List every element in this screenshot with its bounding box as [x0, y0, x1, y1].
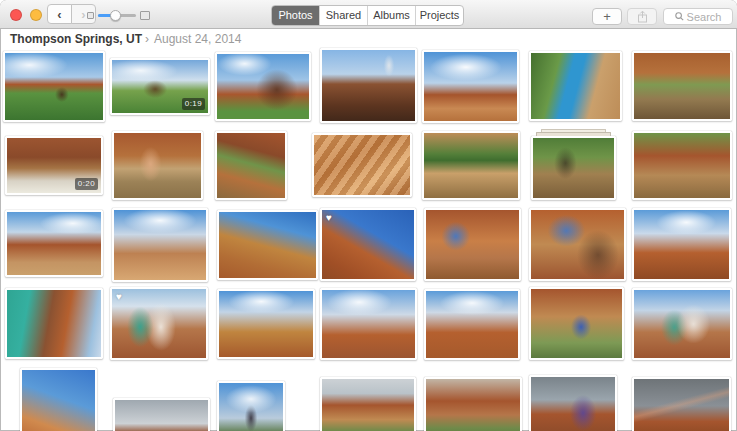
small-thumbnail-icon: [87, 12, 94, 19]
photo-image-creek-rocks-trees: [424, 133, 518, 198]
moment-date: August 24, 2014: [154, 32, 241, 46]
photo-thumbnail-canyon-overlook-hiker[interactable]: [320, 48, 417, 123]
tab-albums[interactable]: Albums: [367, 6, 415, 25]
video-duration-badge: 0:19: [182, 98, 205, 110]
photo-thumbnail-rock-arch-favorite[interactable]: ♥: [320, 208, 416, 281]
photo-image-monument-valley: [424, 52, 517, 121]
photo-thumbnail-waterfall-jump-video[interactable]: 0:20: [5, 136, 103, 195]
photo-thumbnail-butte-horse-rider[interactable]: [5, 210, 103, 277]
search-icon: [675, 12, 684, 21]
photo-image-couple-on-slickrock: [114, 210, 206, 280]
photo-thumbnail-couple-on-slickrock[interactable]: [112, 208, 208, 282]
thumbnail-size-slider[interactable]: [87, 8, 150, 22]
photo-thumbnail-man-backpack-arch[interactable]: [529, 287, 624, 360]
photo-thumbnail-dome-with-hiker[interactable]: [217, 289, 315, 359]
photo-image-canyon-creek-waterfall: [217, 133, 285, 198]
slider-thumb[interactable]: [110, 10, 121, 21]
moment-location[interactable]: Thompson Springs, UT: [10, 32, 142, 46]
photo-image-man-backpack-arch: [531, 289, 622, 358]
chevron-right-icon: ›: [145, 32, 149, 46]
back-button[interactable]: ‹: [47, 4, 72, 24]
photo-thumbnail-woman-rock-towers[interactable]: [424, 377, 522, 431]
photo-thumbnail-couple-favorite[interactable]: ♥: [110, 287, 208, 360]
photo-image-slickrock-dome: [219, 212, 316, 278]
share-button[interactable]: [627, 8, 657, 25]
photo-image-woman-rock-towers: [426, 379, 520, 431]
photo-thumbnail-creek-rocks-trees[interactable]: [422, 131, 520, 200]
large-thumbnail-icon: [140, 11, 150, 20]
tab-shared[interactable]: Shared: [319, 6, 367, 25]
minimize-button[interactable]: [30, 9, 42, 21]
toolbar: ‹ › PhotosSharedAlbumsProjects +: [0, 0, 737, 29]
photo-image-rainbow-red-rocks: [634, 379, 729, 431]
photo-thumbnail-sand-rock-texture[interactable]: [312, 133, 412, 197]
photo-thumbnail-horse-jump-video[interactable]: 0:19: [110, 58, 210, 115]
photo-image-woman-stormy-sky: [531, 377, 615, 431]
photo-image-woman-at-arch: [426, 210, 519, 279]
photo-image-couple-selfie-arch: [634, 290, 730, 358]
photo-thumbnail-man-red-shorts-swim[interactable]: [112, 131, 203, 200]
share-icon: [637, 10, 648, 23]
photo-thumbnail-woman-at-arch[interactable]: [424, 208, 521, 281]
photo-image-hiker-creek-canyon: [634, 53, 730, 119]
search-placeholder: Search: [687, 11, 722, 23]
tab-photos[interactable]: Photos: [272, 6, 319, 25]
view-tabs: PhotosSharedAlbumsProjects: [271, 5, 464, 26]
photo-thumbnail-arch-portrait[interactable]: [20, 368, 97, 431]
photo-image-butte-horse-rider: [7, 212, 101, 275]
photo-thumbnail-arch-with-hiker[interactable]: [632, 208, 731, 281]
photo-image-couple-favorite: [112, 289, 206, 358]
photo-thumbnail-creek-hiker-rocks[interactable]: [632, 131, 732, 200]
photo-thumbnail-canyon-creek-waterfall[interactable]: [215, 131, 287, 200]
photo-thumbnail-girl-wading-creek-burst[interactable]: [531, 136, 616, 200]
video-duration-badge: 0:20: [75, 178, 98, 190]
back-icon: ‹: [57, 7, 61, 22]
photo-thumbnail-couple-selfie-arch[interactable]: [632, 288, 732, 360]
photo-thumbnail-hiker-jump-arch[interactable]: [424, 289, 520, 360]
photo-thumbnail-slickrock-dome[interactable]: [217, 210, 318, 280]
photo-image-rock-towers-hiker: [322, 379, 414, 431]
photo-thumbnail-scarf-dancer[interactable]: [217, 381, 285, 431]
photo-image-sand-rock-texture: [314, 135, 410, 195]
photo-thumbnail-rock-towers-hiker[interactable]: [320, 377, 416, 431]
photo-thumbnail-man-selfie-arch[interactable]: [529, 208, 626, 281]
photo-image-rock-arch-favorite: [322, 210, 414, 279]
photo-thumbnail-rainbow-red-rocks[interactable]: [632, 377, 731, 431]
photo-image-arch-with-hiker: [634, 210, 729, 279]
photo-image-man-selfie-arch: [531, 210, 624, 279]
forward-icon: ›: [81, 7, 85, 22]
photo-thumbnail-hiker-on-slickrock[interactable]: [320, 288, 417, 360]
photo-image-man-blue-shirt-rock: [531, 53, 620, 119]
photo-thumbnail-horse-rider-meadow[interactable]: [3, 51, 105, 122]
favorite-heart-icon: ♥: [326, 213, 332, 223]
photo-image-canyon-overlook-hiker: [322, 50, 415, 121]
slider-track[interactable]: [98, 14, 136, 17]
moment-header: Thompson Springs, UT › August 24, 2014: [10, 30, 241, 48]
photo-image-arch-portrait: [22, 370, 95, 431]
photo-image-dome-with-hiker: [219, 291, 313, 357]
photo-thumbnail-monument-valley[interactable]: [422, 50, 519, 123]
photo-image-hiker-jump-arch: [426, 291, 518, 358]
photo-thumbnail-woman-riding-horse[interactable]: [215, 52, 311, 121]
search-input[interactable]: Search: [663, 8, 733, 25]
photo-image-hiker-on-slickrock: [322, 290, 415, 358]
photo-image-horse-rider-meadow: [5, 53, 103, 120]
photo-image-scarf-dancer: [219, 383, 283, 431]
photo-thumbnail-man-blue-shirt-rock[interactable]: [529, 51, 622, 121]
photo-image-girl-wading-creek-burst: [533, 138, 614, 198]
favorite-heart-icon: ♥: [116, 292, 122, 302]
tab-projects[interactable]: Projects: [415, 6, 463, 25]
photo-image-creek-hiker-rocks: [634, 133, 730, 198]
add-button[interactable]: +: [592, 8, 622, 25]
photo-image-woman-riding-horse: [217, 54, 309, 119]
photos-app-window: ‹ › PhotosSharedAlbumsProjects +: [0, 0, 737, 431]
photo-thumbnail-hiker-creek-canyon[interactable]: [632, 51, 732, 121]
plus-icon: +: [603, 10, 611, 23]
photo-image-woman-teal-arch: [7, 290, 101, 357]
photo-thumbnail-mesa-storm[interactable]: [113, 398, 210, 431]
photo-thumbnail-woman-stormy-sky[interactable]: [529, 375, 617, 431]
photo-thumbnail-woman-teal-arch[interactable]: [5, 288, 103, 359]
close-button[interactable]: [10, 9, 22, 21]
photo-image-man-red-shorts-swim: [114, 133, 201, 198]
photo-image-mesa-storm: [115, 400, 208, 431]
